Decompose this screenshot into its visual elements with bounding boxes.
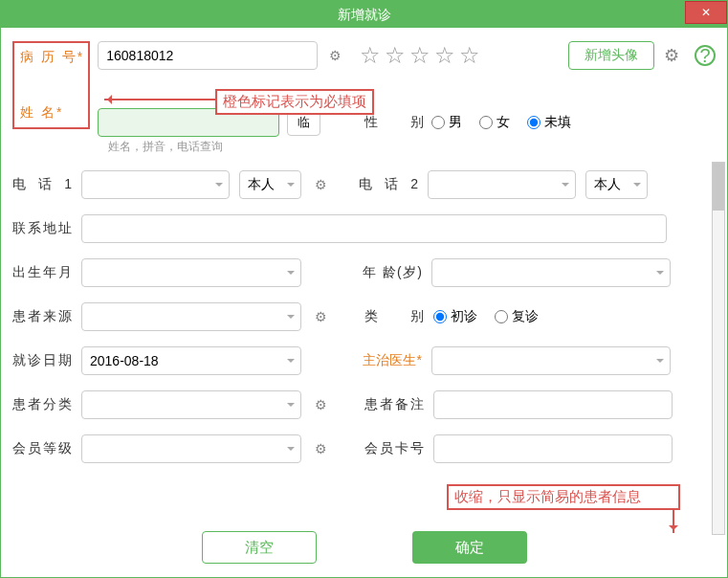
member-card-input[interactable] [433, 434, 673, 463]
phone1-label: 电 话 1 [12, 176, 72, 193]
star-icon[interactable]: ☆ [459, 42, 480, 69]
scrollbar[interactable] [712, 162, 725, 535]
annotation-arrow-icon [104, 99, 215, 100]
name-label: 姓 名* [20, 104, 63, 120]
scrollbar-thumb[interactable] [713, 163, 724, 211]
ok-button[interactable]: 确定 [412, 531, 527, 564]
gear-icon[interactable]: ⚙ [311, 439, 330, 458]
birth-label: 出生年月 [12, 264, 72, 281]
category-label: 类 别 [364, 308, 424, 325]
patient-class-select[interactable] [81, 390, 301, 419]
remark-label: 患者备注 [364, 396, 424, 413]
visit-date-select[interactable]: 2016-08-18 [81, 346, 301, 375]
member-level-select[interactable] [81, 434, 301, 463]
gender-label: 性 别 [364, 114, 424, 131]
member-card-label: 会员卡号 [364, 440, 424, 457]
gender-female[interactable]: 女 [479, 114, 510, 131]
address-input[interactable] [81, 214, 667, 243]
close-icon: ✕ [701, 0, 711, 26]
phone2-input[interactable] [428, 170, 576, 199]
phone1-input[interactable] [81, 170, 230, 199]
star-rating[interactable]: ☆ ☆ ☆ ☆ ☆ [360, 42, 480, 69]
address-label: 联系地址 [12, 220, 72, 237]
category-radio-group: 初诊 复诊 [433, 308, 539, 325]
category-return[interactable]: 复诊 [495, 308, 539, 325]
star-icon[interactable]: ☆ [360, 42, 381, 69]
gender-male[interactable]: 男 [431, 114, 462, 131]
star-icon[interactable]: ☆ [434, 42, 455, 69]
clear-button[interactable]: 清空 [202, 531, 317, 564]
gear-icon[interactable]: ⚙ [325, 46, 344, 65]
window-title: 新增就诊 [338, 7, 391, 22]
titlebar: 新增就诊 ✕ [1, 1, 727, 28]
phone1-type-select[interactable]: 本人 [239, 170, 301, 199]
star-icon[interactable]: ☆ [385, 42, 406, 69]
name-hint: 姓名，拼音，电话查询 [108, 139, 716, 155]
gear-icon[interactable]: ⚙ [311, 395, 330, 414]
age-select[interactable] [431, 258, 671, 287]
settings-gear-icon[interactable]: ⚙ [662, 46, 681, 65]
doctor-label: 主治医生* [363, 352, 422, 369]
category-first[interactable]: 初诊 [433, 308, 477, 325]
birth-select[interactable] [81, 258, 301, 287]
remark-input[interactable] [433, 390, 673, 419]
patient-class-label: 患者分类 [12, 396, 72, 413]
annotation-collapse: 收缩，只显示简易的患者信息 [447, 484, 680, 510]
phone2-label: 电 话 2 [359, 176, 418, 193]
source-label: 患者来源 [12, 308, 72, 325]
annotation-required: 橙色标记表示为必填项 [215, 89, 374, 115]
age-label: 年 龄(岁) [363, 264, 422, 281]
member-level-label: 会员等级 [12, 440, 72, 457]
visit-date-label: 就诊日期 [12, 352, 72, 369]
close-button[interactable]: ✕ [685, 1, 727, 24]
required-box: 病 历 号* 姓 名* [12, 41, 90, 129]
record-number-input[interactable] [98, 41, 318, 70]
gender-unfilled[interactable]: 未填 [527, 114, 571, 131]
new-avatar-button[interactable]: 新增头像 [568, 41, 654, 70]
doctor-select[interactable] [431, 346, 671, 375]
gender-radio-group: 男 女 未填 [431, 114, 571, 131]
help-icon[interactable]: ? [695, 45, 716, 66]
record-number-label: 病 历 号* [20, 49, 84, 66]
source-select[interactable] [81, 302, 301, 331]
gear-icon[interactable]: ⚙ [311, 175, 330, 194]
gear-icon[interactable]: ⚙ [311, 307, 330, 326]
annotation-arrow-icon [673, 508, 674, 533]
star-icon[interactable]: ☆ [409, 42, 430, 69]
phone2-type-select[interactable]: 本人 [585, 170, 648, 199]
